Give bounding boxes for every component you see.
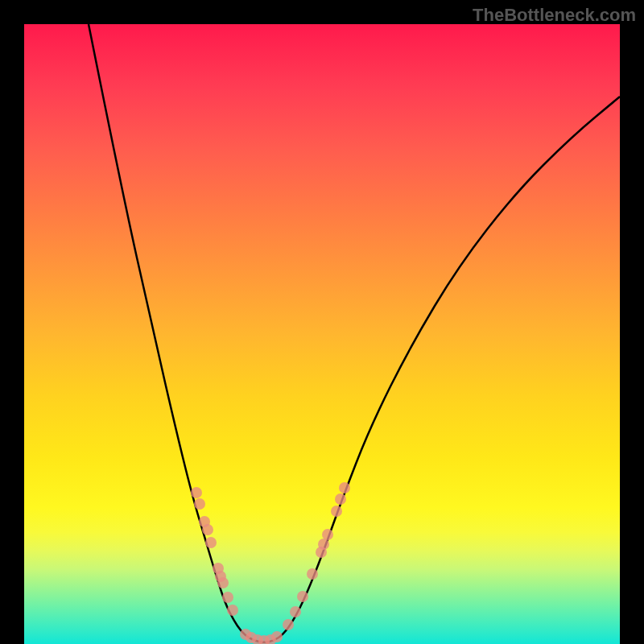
data-markers [191,482,350,644]
plot-area [24,24,620,644]
data-point [194,498,205,510]
data-point [322,529,333,540]
data-point [339,482,350,493]
curve-line [89,24,620,642]
data-point [191,487,202,498]
watermark-text: TheBottleneck.com [473,5,636,26]
data-point [271,631,283,642]
data-point [297,591,308,602]
chart-svg [24,24,620,644]
data-point [290,606,301,617]
data-point [283,619,294,630]
data-point [227,605,238,616]
data-point [318,539,329,550]
data-point [205,537,217,548]
data-point [202,524,213,535]
data-point [217,577,229,588]
data-point [222,592,233,603]
data-point [307,568,318,580]
data-point [335,493,346,505]
data-point [331,506,342,517]
